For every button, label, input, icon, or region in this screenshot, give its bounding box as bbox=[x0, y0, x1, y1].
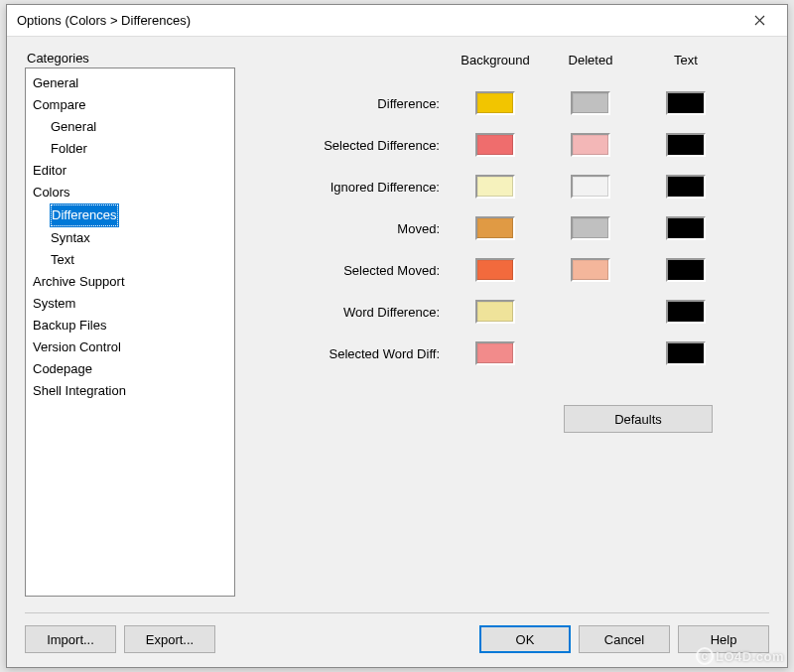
row-label: Selected Difference: bbox=[253, 138, 448, 153]
tree-item-editor[interactable]: Editor bbox=[32, 160, 67, 182]
tree-item-differences[interactable]: Differences bbox=[51, 204, 118, 226]
color-swatch-text[interactable] bbox=[666, 91, 706, 115]
close-icon bbox=[754, 15, 765, 26]
options-dialog: Options (Colors > Differences) Categorie… bbox=[6, 4, 788, 668]
column-header-background: Background bbox=[448, 53, 543, 67]
import-button[interactable]: Import... bbox=[25, 625, 116, 653]
tree-item-shell-integration[interactable]: Shell Integration bbox=[32, 380, 127, 402]
row-label: Selected Word Diff: bbox=[253, 346, 448, 361]
color-swatch-text[interactable] bbox=[666, 216, 706, 240]
defaults-button[interactable]: Defaults bbox=[564, 405, 713, 433]
color-swatch-deleted[interactable] bbox=[571, 91, 610, 115]
color-swatch-text[interactable] bbox=[666, 258, 706, 282]
tree-item-backup-files[interactable]: Backup Files bbox=[32, 315, 107, 336]
dialog-button-row: Import... Export... OK Cancel Help bbox=[25, 625, 769, 653]
titlebar: Options (Colors > Differences) bbox=[7, 5, 787, 37]
tree-item-syntax[interactable]: Syntax bbox=[50, 227, 91, 249]
color-swatch-deleted[interactable] bbox=[571, 216, 610, 240]
color-settings-panel: Background Deleted Text Difference:Selec… bbox=[253, 51, 769, 597]
categories-label: Categories bbox=[25, 51, 235, 66]
color-swatch-background[interactable] bbox=[475, 258, 515, 282]
row-label: Difference: bbox=[253, 96, 448, 111]
tree-item-general[interactable]: General bbox=[50, 116, 97, 138]
tree-item-general[interactable]: General bbox=[32, 72, 79, 94]
help-button[interactable]: Help bbox=[678, 625, 769, 653]
main-area: Categories GeneralCompareGeneralFolderEd… bbox=[25, 51, 769, 597]
categories-tree[interactable]: GeneralCompareGeneralFolderEditorColorsD… bbox=[25, 67, 235, 597]
color-swatch-background[interactable] bbox=[475, 133, 515, 157]
tree-item-folder[interactable]: Folder bbox=[50, 138, 88, 160]
column-header-deleted: Deleted bbox=[543, 53, 638, 67]
color-swatch-background[interactable] bbox=[475, 300, 515, 324]
close-button[interactable] bbox=[739, 7, 779, 35]
color-swatch-background[interactable] bbox=[475, 175, 515, 199]
export-button[interactable]: Export... bbox=[124, 625, 215, 653]
tree-item-compare[interactable]: Compare bbox=[32, 94, 86, 116]
color-swatch-background[interactable] bbox=[475, 341, 515, 365]
row-label: Moved: bbox=[253, 221, 448, 236]
ok-button[interactable]: OK bbox=[479, 625, 571, 653]
color-swatch-text[interactable] bbox=[666, 300, 706, 324]
color-swatch-deleted[interactable] bbox=[571, 175, 610, 199]
row-label: Selected Moved: bbox=[253, 263, 448, 278]
tree-item-archive-support[interactable]: Archive Support bbox=[32, 271, 126, 293]
color-swatch-text[interactable] bbox=[666, 133, 706, 157]
dialog-content: Categories GeneralCompareGeneralFolderEd… bbox=[7, 37, 787, 667]
color-swatch-text[interactable] bbox=[666, 175, 706, 199]
tree-item-version-control[interactable]: Version Control bbox=[32, 336, 122, 358]
divider bbox=[25, 612, 769, 613]
cancel-button[interactable]: Cancel bbox=[579, 625, 670, 653]
color-swatch-background[interactable] bbox=[475, 216, 515, 240]
color-swatch-deleted[interactable] bbox=[571, 258, 610, 282]
color-swatch-text[interactable] bbox=[666, 341, 706, 365]
row-label: Word Difference: bbox=[253, 305, 448, 320]
window-title: Options (Colors > Differences) bbox=[17, 13, 739, 28]
tree-item-text[interactable]: Text bbox=[50, 249, 75, 271]
column-header-text: Text bbox=[638, 53, 733, 67]
tree-item-system[interactable]: System bbox=[32, 293, 76, 315]
tree-item-colors[interactable]: Colors bbox=[32, 182, 71, 203]
colors-grid: Background Deleted Text Difference:Selec… bbox=[253, 53, 769, 433]
row-label: Ignored Difference: bbox=[253, 180, 448, 195]
tree-item-codepage[interactable]: Codepage bbox=[32, 358, 93, 380]
categories-panel: Categories GeneralCompareGeneralFolderEd… bbox=[25, 51, 235, 597]
color-swatch-background[interactable] bbox=[475, 91, 515, 115]
color-swatch-deleted[interactable] bbox=[571, 133, 610, 157]
